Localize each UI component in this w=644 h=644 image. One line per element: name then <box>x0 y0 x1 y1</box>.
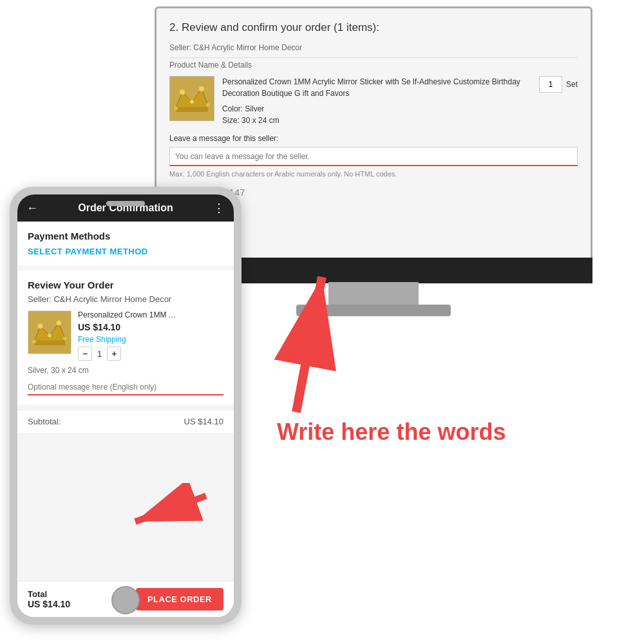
phone-subtotal-value: US $14.10 <box>184 417 223 426</box>
phone-review-section: Review Your Order Seller: C&H Acrylic Mi… <box>17 270 234 404</box>
svg-point-13 <box>63 337 67 341</box>
phone-place-order-button[interactable]: PLACE ORDER <box>136 588 223 611</box>
phone-product-image <box>28 310 71 354</box>
phone-back-arrow[interactable]: ← <box>26 202 38 215</box>
phone-total-price: US $14.10 <box>28 599 70 609</box>
monitor-message-label: Leave a message for this seller: <box>169 134 578 143</box>
phone-subtotal-label: Subtotal: <box>28 417 61 426</box>
phone-review-title: Review Your Order <box>28 279 223 290</box>
phone-content: Payment Methods SELECT PAYMENT METHOD Re… <box>17 222 234 581</box>
phone-inner: ← Order Confirmation ⋮ Payment Methods S… <box>17 194 234 617</box>
svg-point-9 <box>38 324 43 329</box>
phone-topbar: ← Order Confirmation ⋮ <box>17 194 234 222</box>
phone-product-info: Personalized Crown 1MM Acrylic ... US $1… <box>78 310 223 361</box>
phone-product-price: US $14.10 <box>78 322 223 332</box>
monitor-message-input[interactable] <box>169 147 578 166</box>
write-here-annotation: Write here the words <box>277 419 506 446</box>
phone-total-label: Total <box>28 589 70 599</box>
svg-point-5 <box>174 106 178 110</box>
qty-value: 1 <box>97 349 102 359</box>
phone-home-button[interactable] <box>111 586 140 614</box>
svg-point-6 <box>206 103 210 107</box>
phone-total-block: Total US $14.10 <box>28 589 70 609</box>
svg-point-11 <box>57 321 62 326</box>
monitor-qty-unit: Set <box>566 80 578 89</box>
phone-product-name: Personalized Crown 1MM Acrylic ... <box>78 310 181 319</box>
svg-point-10 <box>48 334 52 337</box>
monitor-product-image <box>169 76 214 121</box>
monitor-color-row: Color: Silver <box>222 103 531 115</box>
svg-point-2 <box>180 90 185 95</box>
phone-payment-section: Payment Methods SELECT PAYMENT METHOD <box>17 222 234 265</box>
monitor-qty-input[interactable] <box>539 76 562 93</box>
monitor-section-title: 2. Review and confirm your order (1 item… <box>169 21 578 34</box>
phone-select-payment-button[interactable]: SELECT PAYMENT METHOD <box>28 247 223 256</box>
monitor-product-row: Personalized Crown 1MM Acrylic Mirror St… <box>169 76 578 126</box>
svg-rect-8 <box>34 340 65 345</box>
phone-menu-icon[interactable]: ⋮ <box>213 201 225 215</box>
svg-point-12 <box>32 340 36 344</box>
qty-decrease-button[interactable]: − <box>78 346 92 361</box>
monitor-qty-box: Set <box>539 76 578 93</box>
phone-subtotal-row: Subtotal: US $14.10 <box>17 410 234 433</box>
phone-shipping-label: Free Shipping <box>78 335 223 344</box>
monitor-stand-base <box>296 305 451 316</box>
svg-rect-1 <box>176 107 208 112</box>
monitor-seller-row: Seller: C&H Acrylic Mirror Home Decor <box>169 43 578 58</box>
phone-product-row: Personalized Crown 1MM Acrylic ... US $1… <box>28 310 223 361</box>
phone-message-input[interactable] <box>28 380 223 395</box>
monitor-product-label: Product Name & Details <box>169 61 578 70</box>
monitor-stand-neck <box>328 282 419 308</box>
phone: ← Order Confirmation ⋮ Payment Methods S… <box>10 187 242 625</box>
monitor-product-name: Personalized Crown 1MM Acrylic Mirror St… <box>222 77 520 98</box>
phone-seller-name: Seller: C&H Acrylic Mirror Home Decor <box>28 294 223 304</box>
monitor-message-hint: Max. 1,000 English characters or Arabic … <box>169 170 578 178</box>
monitor-size-row: Size: 30 x 24 cm <box>222 115 531 126</box>
qty-increase-button[interactable]: + <box>107 346 121 361</box>
svg-point-3 <box>190 100 194 104</box>
phone-payment-title: Payment Methods <box>28 231 223 242</box>
phone-qty-row: − 1 + <box>78 346 223 361</box>
phone-speaker <box>106 201 145 206</box>
phone-variant: Silver, 30 x 24 cm <box>28 366 223 375</box>
monitor-product-info: Personalized Crown 1MM Acrylic Mirror St… <box>222 76 531 126</box>
svg-point-4 <box>199 86 204 91</box>
